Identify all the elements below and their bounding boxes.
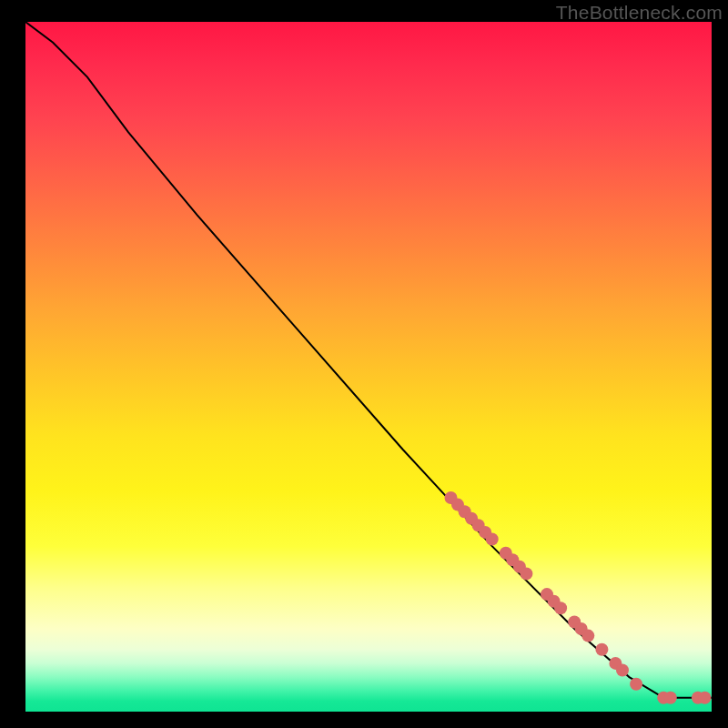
bottleneck-curve [25,22,712,698]
data-marker [699,692,712,704]
data-marker [595,643,608,656]
data-markers-group [445,491,712,704]
data-marker [581,630,594,642]
data-marker [616,664,629,677]
chart-svg [25,22,712,712]
data-marker [630,678,642,691]
data-marker [520,567,532,580]
chart-plot-area [25,22,712,712]
watermark-text: TheBottleneck.com [556,2,723,24]
data-marker [486,533,499,546]
data-marker [664,692,677,704]
data-marker [554,602,567,614]
